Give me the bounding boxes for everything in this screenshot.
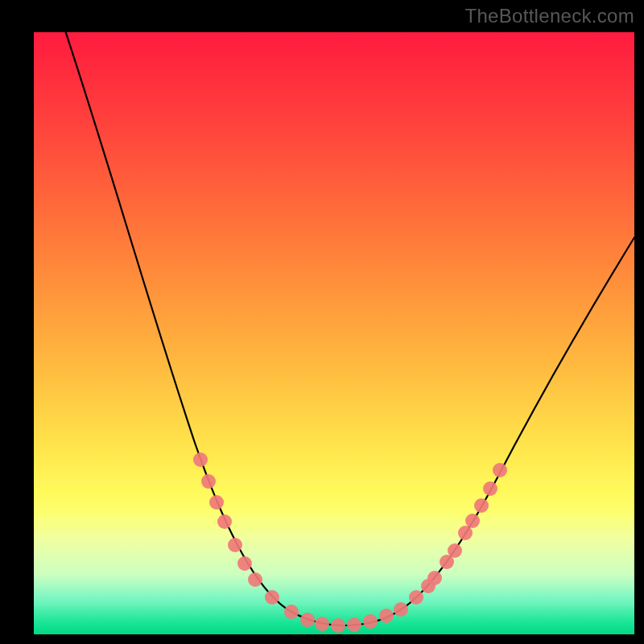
- data-dot: [265, 590, 279, 605]
- data-dot: [228, 538, 242, 552]
- data-dot: [394, 602, 408, 617]
- data-dot: [458, 526, 473, 540]
- data-dot: [201, 474, 216, 489]
- data-dot: [315, 617, 329, 631]
- data-dot: [465, 514, 480, 528]
- data-dot: [284, 605, 299, 619]
- data-dot: [300, 613, 315, 627]
- data-dot: [448, 543, 462, 558]
- data-dot: [217, 514, 232, 529]
- plot-area: [34, 32, 634, 634]
- data-dot: [193, 452, 208, 467]
- data-dot: [483, 481, 497, 496]
- chart-stage: TheBottleneck.com: [0, 0, 644, 644]
- data-dot: [331, 618, 345, 633]
- bottleneck-curve-path: [60, 32, 634, 625]
- dots-left-group: [193, 452, 279, 605]
- data-dot: [347, 617, 361, 632]
- curve-layer: [34, 32, 634, 634]
- data-dot: [209, 495, 224, 510]
- data-dot: [409, 590, 423, 605]
- data-dot: [363, 614, 378, 629]
- data-dot: [379, 609, 394, 623]
- dots-right-group: [409, 463, 507, 605]
- data-dot: [493, 463, 507, 477]
- data-dot: [248, 572, 262, 587]
- dots-bottom-group: [284, 602, 408, 633]
- watermark-text: TheBottleneck.com: [464, 5, 634, 27]
- data-dot: [237, 556, 252, 571]
- data-dot: [474, 498, 489, 513]
- data-dot: [427, 571, 442, 585]
